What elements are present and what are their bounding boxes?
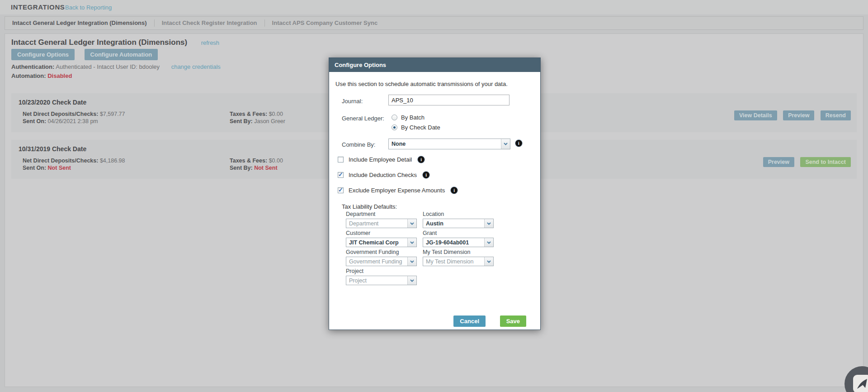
sent-on-value: Not Sent: [48, 165, 71, 171]
check-date-actions: View Details Preview Resend: [730, 110, 851, 120]
grant-label: Grant: [423, 230, 494, 236]
radio-by-check-date-label: By Check Date: [401, 124, 440, 131]
taxes-fees-value: $0.00: [269, 158, 283, 164]
dropdown-chevron-icon: [407, 238, 416, 247]
customer-cell: Customer JIT Chemical Corp: [346, 230, 417, 247]
tab-check-register-integration[interactable]: Intacct Check Register Integration: [155, 19, 265, 27]
department-select[interactable]: Department: [346, 219, 417, 228]
configure-automation-button[interactable]: Configure Automation: [85, 49, 158, 60]
automation-label: Automation:: [11, 72, 46, 79]
view-details-button[interactable]: View Details: [734, 110, 777, 120]
dropdown-chevron-icon: [484, 238, 493, 247]
send-to-intacct-button[interactable]: Send to Intacct: [800, 157, 851, 167]
change-credentials-link[interactable]: change credentials: [171, 63, 221, 70]
project-label: Project: [346, 268, 417, 274]
refresh-link[interactable]: refresh: [201, 39, 219, 46]
exclude-employer-expense-row: ✓ Exclude Employer Expense Amounts i: [338, 187, 458, 194]
combine-by-label: Combine By:: [342, 141, 375, 148]
top-header-bar: INTEGRATIONS Back to Reporting: [0, 0, 868, 14]
modal-description: Use this section to schedule automatic t…: [335, 81, 508, 87]
radio-by-batch-label: By Batch: [401, 114, 425, 121]
dropdown-chevron-icon: [407, 219, 416, 228]
sent-on-label: Sent On:: [23, 118, 46, 124]
checkbox-checked-icon[interactable]: ✓: [338, 172, 344, 178]
include-deduction-checks-row: ✓ Include Deduction Checks i: [338, 172, 429, 178]
grant-value: JG-19-604ab001: [423, 239, 484, 246]
sent-by-value: Not Sent: [254, 165, 277, 171]
back-to-reporting-link[interactable]: Back to Reporting: [65, 4, 112, 11]
department-value: Department: [346, 220, 407, 227]
checkbox-check-icon: ✓: [338, 186, 343, 193]
configure-options-button[interactable]: Configure Options: [11, 49, 75, 60]
location-value: Austin: [423, 220, 484, 227]
government-funding-label: Government Funding: [346, 249, 417, 255]
location-cell: Location Austin: [423, 211, 494, 228]
department-label: Department: [346, 211, 417, 217]
customer-value: JIT Chemical Corp: [346, 239, 407, 246]
taxes-fees-label: Taxes & Fees:: [230, 111, 267, 117]
dropdown-chevron-icon: [407, 276, 416, 285]
general-ledger-label: General Ledger:: [342, 115, 384, 122]
panel-title: Intacct General Ledger Integration (Dime…: [11, 38, 187, 47]
save-button[interactable]: Save: [500, 316, 526, 327]
dropdown-chevron-icon: [484, 219, 493, 228]
include-deduction-checks-label: Include Deduction Checks: [349, 172, 417, 178]
radio-by-check-date[interactable]: By Check Date: [392, 124, 440, 131]
radio-by-batch[interactable]: By Batch: [392, 114, 425, 121]
net-deposits-value: $7,597.77: [100, 111, 125, 117]
customer-select[interactable]: JIT Chemical Corp: [346, 238, 417, 247]
grant-select[interactable]: JG-19-604ab001: [423, 238, 494, 247]
authentication-value: Authenticated - Intacct User ID: bdooley: [56, 63, 160, 70]
exclude-employer-expense-label: Exclude Employer Expense Amounts: [349, 187, 445, 194]
include-employee-detail-label: Include Employee Detail: [349, 156, 412, 163]
net-deposits-label: Net Direct Deposits/Checks:: [23, 158, 98, 164]
combine-by-info-icon[interactable]: i: [515, 140, 522, 147]
tax-liability-defaults-label: Tax Liability Defaults:: [342, 203, 397, 210]
customer-label: Customer: [346, 230, 417, 236]
grant-cell: Grant JG-19-604ab001: [423, 230, 494, 247]
checkbox-checked-icon[interactable]: ✓: [338, 187, 344, 193]
include-deduction-checks-info-icon[interactable]: i: [423, 172, 429, 178]
location-select[interactable]: Austin: [423, 219, 494, 228]
tab-general-ledger-integration[interactable]: Intacct General Ledger Integration (Dime…: [5, 19, 155, 27]
preview-button[interactable]: Preview: [783, 110, 814, 120]
dropdown-chevron-icon: [484, 257, 493, 266]
government-funding-select[interactable]: Government Funding: [346, 257, 417, 266]
include-employee-detail-info-icon[interactable]: i: [418, 156, 425, 163]
tab-aps-company-customer-sync[interactable]: Intacct APS Company Customer Sync: [265, 19, 385, 27]
my-test-dimension-value: My Test Dimension: [423, 258, 484, 265]
government-funding-cell: Government Funding Government Funding: [346, 249, 417, 266]
resend-button[interactable]: Resend: [821, 110, 851, 120]
checkbox-unchecked-icon[interactable]: [338, 157, 344, 163]
page-title: INTEGRATIONS: [11, 3, 65, 11]
project-cell: Project Project: [346, 268, 417, 285]
taxes-fees-value: $0.00: [269, 111, 283, 117]
authentication-label: Authentication:: [11, 63, 54, 70]
sent-by-value: Jason Greer: [254, 118, 285, 124]
radio-selected-icon: [392, 124, 397, 130]
dropdown-chevron-icon: [501, 139, 510, 149]
department-cell: Department Department: [346, 211, 417, 228]
project-select[interactable]: Project: [346, 276, 417, 285]
exclude-employer-expense-info-icon[interactable]: i: [451, 187, 458, 194]
combine-by-select[interactable]: None: [388, 139, 510, 149]
automation-status: Disabled: [47, 72, 72, 79]
logo-arrow-icon: [853, 375, 868, 392]
my-test-dimension-label: My Test Dimension: [423, 249, 494, 255]
integration-tabbar: Intacct General Ledger Integration (Dime…: [5, 16, 863, 30]
net-deposits-value: $4,186.98: [100, 158, 125, 164]
checkbox-check-icon: ✓: [338, 171, 343, 178]
cancel-button[interactable]: Cancel: [453, 316, 486, 327]
modal-title: Configure Options: [329, 58, 540, 72]
configure-options-modal: Configure Options Use this section to sc…: [329, 57, 541, 330]
government-funding-value: Government Funding: [346, 258, 407, 265]
include-employee-detail-row: Include Employee Detail i: [338, 156, 425, 163]
sent-by-label: Sent By:: [230, 118, 253, 124]
preview-button[interactable]: Preview: [763, 157, 794, 167]
journal-input[interactable]: [388, 95, 509, 105]
my-test-dimension-select[interactable]: My Test Dimension: [423, 257, 494, 266]
sent-on-value: 04/26/2021 2:38 pm: [48, 118, 98, 124]
tax-defaults-grid: Department Department Location Austin Cu…: [346, 211, 494, 285]
journal-label: Journal:: [342, 98, 363, 105]
project-value: Project: [346, 277, 407, 284]
